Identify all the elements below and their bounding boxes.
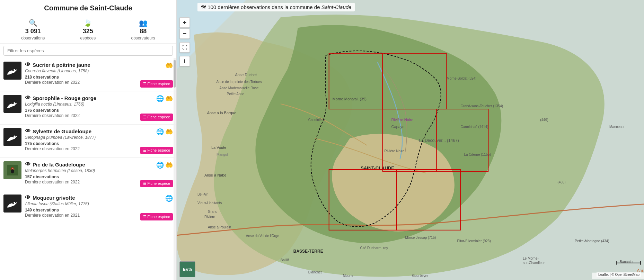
fullscreen-button[interactable]: ⛶ [179,42,190,53]
conservation-icon[interactable]: 🤲 [165,161,173,169]
conservation-icon[interactable]: 🤲 [165,62,173,69]
observateurs-count: 88 [140,28,147,35]
species-thumbnail [3,62,21,80]
svg-text:Anse à Poulain: Anse à Poulain [208,225,231,229]
map-panel: 🗺 100 dernières observations dans la com… [177,0,644,280]
list-item: 👁Pic de la GuadeloupeMelanerpes herminie… [0,158,176,191]
especes-label: espèces [80,36,96,40]
svg-text:(449): (449) [540,118,548,122]
leaf-icon: 🍃 [83,19,92,27]
svg-text:Blanchet: Blanchet [308,270,322,274]
svg-text:Anse Bernard: Anse Bernard [637,268,644,272]
species-info: 👁Pic de la GuadeloupeMelanerpes herminie… [25,161,137,184]
page-title: Commune de Saint-Claude [0,0,176,15]
list-item: 👁Moqueur grivotteAllenia fusca (Statius … [0,191,176,224]
eye-icon[interactable]: 👁 [25,95,30,101]
svg-text:Anse à Nabe: Anse à Nabe [204,173,227,177]
svg-text:Rivière Noire: Rivière Noire [391,118,413,122]
species-info: 👁Sucrier à poitrine jauneCoereba flaveol… [25,62,137,85]
svg-text:Anse de la pointe des Tortues: Anse de la pointe des Tortues [216,80,262,84]
especes-count: 325 [83,28,93,35]
species-thumbnail [3,95,21,113]
map-controls: + − ⛶ i [179,17,190,66]
species-last-obs: Dernière observation en 2022 [25,113,137,118]
fiche-espece-button[interactable]: ☰ Fiche espèce [140,114,173,121]
species-last-obs: Dernière observation en 2022 [25,180,137,184]
stat-observateurs: 👥 88 observateurs [131,19,155,40]
species-name: 👁Sucrier à poitrine jaune [25,62,137,68]
species-thumbnail [3,128,21,146]
svg-text:Grand-sans-Toucher (1354): Grand-sans-Toucher (1354) [460,104,503,108]
svg-text:Baillif: Baillif [281,258,289,262]
svg-point-0 [14,69,15,71]
info-button[interactable]: i [179,56,190,66]
svg-text:La Voute: La Voute [211,145,226,150]
species-action-icons: 🌐🤲 [156,128,173,136]
species-name: 👁Pic de la Guadeloupe [25,161,137,168]
svg-text:Morne Montval. (39): Morne Montval. (39) [333,97,367,101]
svg-text:Anse Duchet: Anse Duchet [235,73,257,77]
fiche-espece-button[interactable]: ☰ Fiche espèce [140,80,173,88]
eye-icon[interactable]: 👁 [25,195,30,201]
species-name-text: Pic de la Guadeloupe [33,162,85,168]
species-actions: 🌐☰ Fiche espèce [140,195,173,220]
species-action-icons: 🌐🤲 [156,95,173,102]
filter-input[interactable] [3,46,173,56]
species-obs-count: 176 observations [25,108,137,113]
species-scientific-name: Coereba flaveola (Linnaeus, 1758) [25,69,137,73]
species-action-icons: 🌐🤲 [156,161,173,169]
earth-thumbnail[interactable]: Earth [179,261,195,277]
species-name: 👁Moqueur grivotte [25,195,137,201]
zoom-in-button[interactable]: + [179,17,190,28]
svg-text:Anse a la Barque: Anse a la Barque [207,111,236,115]
map-attribution: Leaflet | © OpenStreetMap [597,272,641,277]
species-action-icons: 🤲 [165,62,173,69]
species-last-obs: Dernière observation en 2022 [25,80,137,85]
observations-count: 3 091 [25,28,41,35]
svg-text:Mourn: Mourn [343,274,353,278]
fiche-espece-button[interactable]: ☰ Fiche espèce [140,213,173,220]
svg-text:Morne-Soldat (824): Morne-Soldat (824) [447,76,476,80]
svg-text:BASSE-TERRE: BASSE-TERRE [293,249,323,254]
svg-point-1 [14,102,15,104]
zoom-out-button[interactable]: − [179,28,190,39]
earth-label: Earth [183,268,192,271]
list-item: 👁Sucrier à poitrine jauneCoereba flaveol… [0,58,176,91]
eye-icon[interactable]: 👁 [25,62,30,68]
species-name: 👁Sporophile - Rouge gorge [25,95,137,101]
globe-icon[interactable]: 🌐 [156,128,164,136]
map-icon: 🗺 [201,4,206,10]
map-header-place: Saint-Claude [321,4,352,10]
species-obs-count: 218 observations [25,75,137,80]
svg-text:Rivière Noire: Rivière Noire [385,149,405,153]
globe-icon[interactable]: 🌐 [165,195,173,202]
svg-text:Rivière: Rivière [204,215,215,219]
species-actions: 🤲☰ Fiche espèce [140,62,173,88]
species-actions: 🌐🤲☰ Fiche espèce [140,95,173,121]
fiche-espece-button[interactable]: ☰ Fiche espèce [140,147,173,154]
eye-icon[interactable]: 👁 [25,128,30,134]
globe-icon[interactable]: 🌐 [156,161,164,169]
species-thumbnail [3,161,21,179]
map-svg[interactable]: SAINT-CLAUDE BASSE-TERRE Anse Duchet Ans… [177,0,644,280]
svg-text:La Découver... (1467): La Découver... (1467) [419,138,459,143]
filter-bar [0,44,176,58]
search-icon: 🔍 [29,19,37,27]
scroll-indicator[interactable] [174,58,176,280]
svg-text:Carmichaé (1414): Carmichaé (1414) [460,125,488,129]
svg-text:Le Morne-: Le Morne- [523,256,539,260]
fiche-espece-button[interactable]: ☰ Fiche espèce [140,180,173,187]
species-info: 👁Sporophile - Rouge gorgeLoxigilla nocti… [25,95,137,118]
species-info: 👁Sylvette de GuadeloupeSetophaga plumbea… [25,128,137,151]
svg-text:Cité Ducharm. roy: Cité Ducharm. roy [360,246,388,250]
conservation-icon[interactable]: 🤲 [165,95,173,102]
species-obs-count: 175 observations [25,141,137,146]
species-last-obs: Dernière observation en 2022 [25,146,137,151]
conservation-icon[interactable]: 🤲 [165,128,173,136]
species-name-text: Sylvette de Guadeloupe [33,128,91,134]
globe-icon[interactable]: 🌐 [156,95,164,102]
list-item: 👁Sylvette de GuadeloupeSetophaga plumbea… [0,125,176,158]
list-item: 👁Sporophile - Rouge gorgeLoxigilla nocti… [0,91,176,125]
eye-icon[interactable]: 👁 [25,161,30,168]
svg-text:Gourbeyre: Gourbeyre [412,274,429,278]
